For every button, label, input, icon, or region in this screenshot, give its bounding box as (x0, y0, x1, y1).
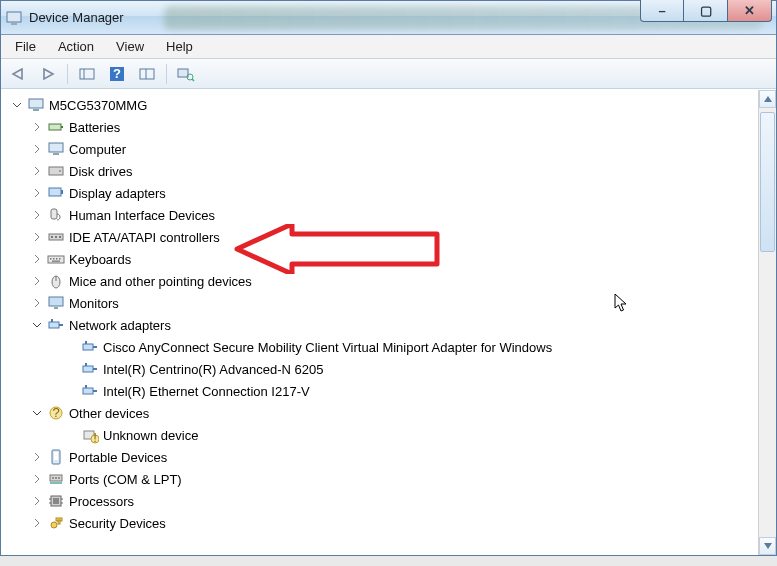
help-button[interactable]: ? (106, 63, 128, 85)
display-adapter-icon (47, 184, 65, 202)
tree-leaf[interactable]: ! Unknown device (9, 424, 758, 446)
svg-line-10 (192, 79, 194, 81)
tree-node-label: Monitors (69, 296, 119, 311)
tree-root[interactable]: M5CG5370MMG (9, 94, 758, 116)
mouse-icon (47, 272, 65, 290)
expander-none (65, 429, 77, 441)
expander-open-icon[interactable] (31, 407, 43, 419)
tree-node[interactable]: Disk drives (9, 160, 758, 182)
expander-closed-icon[interactable] (31, 209, 43, 221)
minimize-button[interactable]: – (640, 0, 684, 22)
svg-rect-27 (50, 258, 52, 260)
expander-closed-icon[interactable] (31, 297, 43, 309)
maximize-button[interactable]: ▢ (684, 0, 728, 22)
svg-rect-6 (140, 69, 154, 79)
svg-point-56 (52, 477, 54, 479)
expander-closed-icon[interactable] (31, 165, 43, 177)
tree-node[interactable]: Computer (9, 138, 758, 160)
show-hidden-button[interactable] (76, 63, 98, 85)
expander-open-icon[interactable] (31, 319, 43, 331)
menu-help[interactable]: Help (156, 37, 203, 56)
properties-button[interactable] (136, 63, 158, 85)
properties-icon (139, 67, 155, 81)
device-tree[interactable]: M5CG5370MMG Batteries Computer Disk driv… (1, 90, 758, 555)
app-icon (5, 9, 23, 27)
svg-rect-42 (83, 366, 93, 372)
scroll-down-button[interactable] (759, 537, 776, 555)
titlebar[interactable]: Device Manager – ▢ ✕ (1, 1, 776, 35)
svg-rect-20 (61, 190, 63, 194)
svg-rect-28 (53, 258, 55, 260)
mouse-cursor-icon (614, 293, 630, 313)
svg-rect-24 (55, 236, 57, 238)
tree-node-label: Keyboards (69, 252, 131, 267)
expander-closed-icon[interactable] (31, 473, 43, 485)
menubar: File Action View Help (1, 35, 776, 59)
toolbar: ? (1, 59, 776, 89)
tree-leaf[interactable]: Intel(R) Ethernet Connection I217-V (9, 380, 758, 402)
scan-hardware-button[interactable] (175, 63, 197, 85)
maximize-glyph: ▢ (700, 3, 712, 18)
content-area: M5CG5370MMG Batteries Computer Disk driv… (1, 89, 776, 555)
svg-text:?: ? (52, 405, 59, 420)
tree-node-label: Disk drives (69, 164, 133, 179)
tree-node[interactable]: Keyboards (9, 248, 758, 270)
expander-closed-icon[interactable] (31, 275, 43, 287)
svg-text:?: ? (113, 66, 121, 81)
tree-node[interactable]: Ports (COM & LPT) (9, 468, 758, 490)
tree-node[interactable]: Monitors (9, 292, 758, 314)
svg-rect-67 (58, 520, 60, 524)
svg-rect-15 (49, 143, 63, 152)
expander-closed-icon[interactable] (31, 517, 43, 529)
back-button[interactable] (7, 63, 29, 85)
expander-none (65, 363, 77, 375)
expander-closed-icon[interactable] (31, 451, 43, 463)
network-adapter-icon (47, 316, 65, 334)
menu-file[interactable]: File (5, 37, 46, 56)
back-nav-icon (10, 67, 26, 81)
svg-rect-1 (11, 23, 17, 25)
svg-rect-16 (53, 153, 59, 155)
unknown-device-icon: ! (81, 426, 99, 444)
tree-leaf-label: Unknown device (103, 428, 198, 443)
tree-node-label: Computer (69, 142, 126, 157)
forward-button[interactable] (37, 63, 59, 85)
menu-action[interactable]: Action (48, 37, 104, 56)
tree-node[interactable]: Network adapters (9, 314, 758, 336)
close-button[interactable]: ✕ (728, 0, 772, 22)
tree-node[interactable]: Security Devices (9, 512, 758, 534)
tree-node-label: Batteries (69, 120, 120, 135)
toolbar-separator (67, 64, 68, 84)
tree-node[interactable]: IDE ATA/ATAPI controllers (9, 226, 758, 248)
tree-node[interactable]: ? Other devices (9, 402, 758, 424)
expander-open-icon[interactable] (11, 99, 23, 111)
tree-node[interactable]: Display adapters (9, 182, 758, 204)
tree-leaf[interactable]: Cisco AnyConnect Secure Mobility Client … (9, 336, 758, 358)
svg-point-57 (55, 477, 57, 479)
scroll-up-button[interactable] (759, 90, 776, 108)
tree-node[interactable]: Mice and other pointing devices (9, 270, 758, 292)
vertical-scrollbar[interactable] (758, 90, 776, 555)
svg-rect-43 (93, 368, 97, 370)
tree-node[interactable]: Human Interface Devices (9, 204, 758, 226)
expander-closed-icon[interactable] (31, 143, 43, 155)
hid-icon (47, 206, 65, 224)
toolbar-separator (166, 64, 167, 84)
tree-node-label: Mice and other pointing devices (69, 274, 252, 289)
expander-closed-icon[interactable] (31, 495, 43, 507)
expander-closed-icon[interactable] (31, 121, 43, 133)
show-hidden-icon (79, 67, 95, 81)
svg-rect-12 (33, 109, 39, 111)
svg-rect-21 (51, 209, 57, 219)
tree-node[interactable]: Portable Devices (9, 446, 758, 468)
tree-node[interactable]: Batteries (9, 116, 758, 138)
tree-node[interactable]: Processors (9, 490, 758, 512)
svg-point-18 (59, 170, 61, 172)
tree-leaf[interactable]: Intel(R) Centrino(R) Advanced-N 6205 (9, 358, 758, 380)
expander-closed-icon[interactable] (31, 231, 43, 243)
expander-closed-icon[interactable] (31, 253, 43, 265)
network-adapter-icon (81, 382, 99, 400)
expander-closed-icon[interactable] (31, 187, 43, 199)
scroll-thumb[interactable] (760, 112, 775, 252)
menu-view[interactable]: View (106, 37, 154, 56)
